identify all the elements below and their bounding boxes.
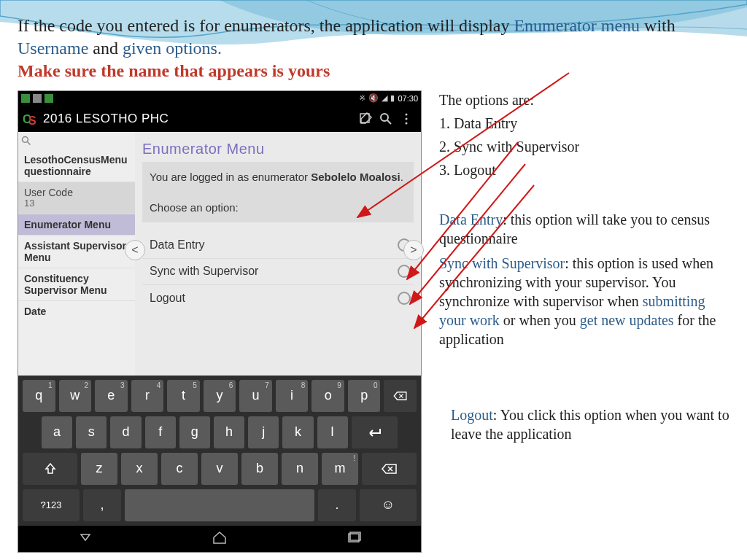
key-e[interactable]: e3: [95, 380, 128, 412]
sync-description: Sync with Supervisor: this option is use…: [439, 254, 729, 349]
prev-button[interactable]: <: [125, 240, 145, 260]
svg-point-5: [406, 113, 408, 115]
key-x[interactable]: x: [121, 453, 158, 485]
nav-home-icon[interactable]: [212, 530, 228, 548]
app-bar: CS 2016 LESOTHO PHC: [18, 106, 421, 132]
key-o[interactable]: o9: [311, 380, 344, 412]
option-sync[interactable]: Sync with Supervisor: [142, 259, 414, 285]
key-g[interactable]: g: [179, 416, 210, 448]
key-y[interactable]: y6: [204, 380, 236, 412]
backspace-key[interactable]: [362, 453, 417, 485]
mute-icon: 🔇: [368, 93, 379, 103]
login-box: You are logged in as enumerator Sebolelo…: [142, 162, 414, 222]
key-s[interactable]: s: [76, 416, 107, 448]
key-v[interactable]: v: [201, 453, 238, 485]
next-button[interactable]: >: [403, 240, 424, 260]
search-icon[interactable]: [376, 109, 396, 129]
sidebar-item-questionnaire[interactable]: LesothoCensusMenu questionnaire: [18, 149, 135, 182]
pane-title: Enumerator Menu: [142, 136, 414, 162]
sidebar: LesothoCensusMenu questionnaire User Cod…: [18, 132, 135, 376]
options-line-2: 2. Sync with Supervisor: [439, 137, 729, 156]
key-f[interactable]: f: [145, 416, 176, 448]
options-line-1: 1. Data Entry: [439, 114, 729, 133]
status-icon: [21, 94, 30, 103]
option-data-entry[interactable]: Data Entry: [142, 233, 414, 259]
key-w[interactable]: w2: [59, 380, 92, 412]
sidebar-item-assistant[interactable]: Assistant Supervisor Menu: [18, 236, 135, 268]
status-icon: [44, 94, 53, 103]
signal-icon: ◢: [382, 93, 387, 103]
options-line-3: 3. Logout: [439, 160, 729, 179]
key-n[interactable]: n: [282, 453, 318, 485]
key-q[interactable]: q1: [23, 380, 55, 412]
phone-screenshot: ※ 🔇 ◢ ▮ 07:30 CS 2016 LESOTHO PHC: [18, 90, 422, 553]
key-c[interactable]: c: [161, 453, 198, 485]
status-icon: [33, 94, 42, 103]
sidebar-item-enumerator[interactable]: Enumerator Menu: [18, 214, 135, 236]
keyboard: q1w2e3r4t5y6u7i8o9p0 asdfghjkl z x c v b…: [18, 376, 421, 526]
key-t[interactable]: t5: [167, 380, 200, 412]
app-title: 2016 LESOTHO PHC: [43, 112, 355, 126]
search-icon[interactable]: [21, 136, 31, 146]
space-key[interactable]: [125, 489, 314, 521]
options-intro: The options are:: [439, 90, 729, 109]
svg-line-9: [28, 141, 31, 144]
nav-bar: [18, 526, 421, 552]
key-z[interactable]: z: [81, 453, 117, 485]
bluetooth-icon: ※: [359, 93, 365, 103]
edit-icon[interactable]: [355, 109, 376, 129]
svg-point-8: [23, 136, 28, 142]
key-k[interactable]: k: [282, 416, 313, 448]
option-logout[interactable]: Logout: [142, 285, 414, 311]
nav-recent-icon[interactable]: [347, 530, 361, 548]
svg-point-7: [406, 122, 408, 124]
key-j[interactable]: j: [248, 416, 279, 448]
battery-icon: ▮: [390, 93, 395, 103]
shift-key[interactable]: [23, 453, 77, 485]
radio-icon[interactable]: [398, 265, 411, 278]
svg-point-3: [381, 114, 388, 121]
logout-description: Logout: You click this option when you w…: [451, 405, 729, 443]
key-b[interactable]: b: [241, 453, 278, 485]
sidebar-item-usercode[interactable]: User Code 13: [18, 182, 135, 214]
symbols-key[interactable]: ?123: [23, 489, 80, 521]
status-bar: ※ 🔇 ◢ ▮ 07:30: [18, 91, 421, 106]
emoji-key[interactable]: ☺: [360, 489, 417, 521]
key-l[interactable]: l: [317, 416, 348, 448]
delete-key[interactable]: [384, 380, 417, 412]
data-entry-description: Data Entry: this option will take you to…: [439, 210, 729, 248]
key-u[interactable]: u7: [239, 380, 272, 412]
key-d[interactable]: d: [110, 416, 141, 448]
nav-back-icon[interactable]: [78, 530, 93, 548]
period-key[interactable]: .: [318, 489, 356, 521]
svg-line-4: [387, 120, 391, 124]
key-p[interactable]: p0: [348, 380, 381, 412]
key-i[interactable]: i8: [276, 380, 309, 412]
warning-text: Make sure the name that appears is yours: [18, 61, 330, 80]
status-time: 07:30: [398, 94, 418, 103]
main-pane: Enumerator Menu You are logged in as enu…: [135, 132, 421, 376]
comma-key[interactable]: ,: [83, 489, 121, 521]
enter-key[interactable]: [352, 416, 398, 448]
key-a[interactable]: a: [42, 416, 72, 448]
app-logo-icon: CS: [23, 112, 37, 126]
sidebar-item-date[interactable]: Date: [18, 301, 135, 322]
right-column: The options are: 1. Data Entry 2. Sync w…: [422, 90, 729, 553]
key-r[interactable]: r4: [131, 380, 164, 412]
intro-text: If the code you entered is for enumerato…: [18, 15, 729, 83]
svg-point-6: [406, 117, 408, 120]
overflow-icon[interactable]: [396, 109, 417, 129]
key-m[interactable]: m!: [322, 453, 358, 485]
key-h[interactable]: h: [214, 416, 244, 448]
radio-icon[interactable]: [398, 292, 411, 305]
sidebar-item-constituency[interactable]: Constituency Supervisor Menu: [18, 268, 135, 301]
svg-text:S: S: [28, 114, 36, 126]
